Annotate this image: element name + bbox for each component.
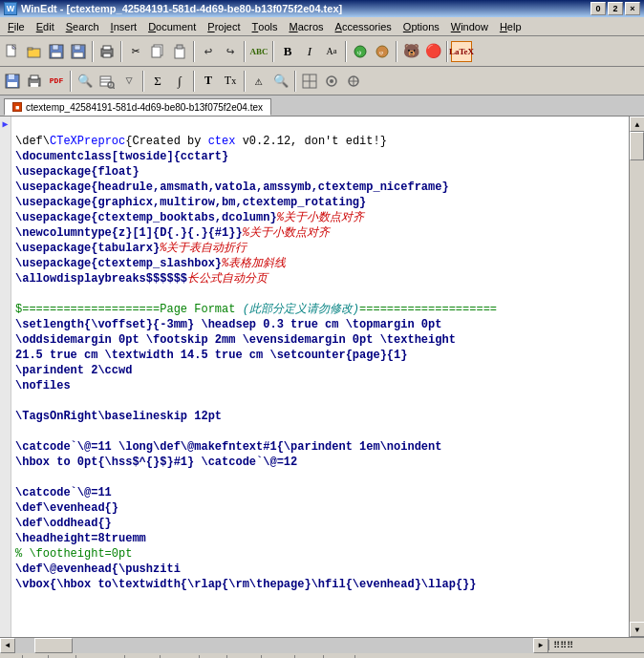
svg-rect-12 xyxy=(103,46,111,50)
status-modified: Modified xyxy=(76,655,125,659)
integral-button[interactable]: ∫ xyxy=(169,71,190,92)
tab-bar: ■ ctextemp_42584191-581d-4d69-be80-b13f0… xyxy=(0,96,644,117)
find-file-button[interactable] xyxy=(97,71,118,92)
svg-rect-27 xyxy=(31,83,38,87)
editor-container: ▶ \def\CTeXPreproc{Created by ctex v0.2.… xyxy=(0,117,644,637)
paste-button[interactable] xyxy=(169,41,190,62)
menu-help[interactable]: Help xyxy=(494,18,527,35)
menu-options[interactable]: Options xyxy=(397,18,445,35)
restore-button[interactable]: 2 xyxy=(608,2,623,15)
open-button[interactable] xyxy=(24,41,45,62)
svg-rect-3 xyxy=(28,48,32,50)
menu-edit[interactable]: Edit xyxy=(31,18,60,35)
menu-bar: File Edit Search Insert Document Project… xyxy=(0,17,644,36)
editor-content[interactable]: \def\CTeXPreproc{Created by ctex v0.2.12… xyxy=(11,117,629,637)
latex-button[interactable]: LaTeX xyxy=(451,41,472,62)
window-title: WinEdt - [ctextemp_42584191-581d-4d69-be… xyxy=(21,3,342,14)
status-tex: TeX xyxy=(295,655,324,659)
tex-icon1[interactable]: ψ xyxy=(350,41,371,62)
vertical-scrollbar: ▲ ▼ xyxy=(629,117,644,637)
sep2 xyxy=(120,41,122,62)
settings1-button[interactable] xyxy=(321,71,342,92)
svg-rect-5 xyxy=(53,45,58,50)
status-mode: A xyxy=(4,655,23,659)
toolbar-row1: ✂ ↩ ↪ ABC B I Aa ψ φ 🐻 🔴 LaTeX xyxy=(0,36,644,67)
save-all-button[interactable] xyxy=(68,41,89,62)
svg-text:ψ: ψ xyxy=(357,49,362,56)
new-button[interactable] xyxy=(2,41,23,62)
italic-button[interactable]: I xyxy=(299,41,320,62)
status-ins: INS xyxy=(200,655,228,659)
format-button[interactable]: Aa xyxy=(321,41,342,62)
scrollbar-thumb[interactable] xyxy=(630,132,644,160)
warning-icon[interactable]: ⚠ xyxy=(248,71,269,92)
sep7 xyxy=(396,41,397,62)
copy-button[interactable] xyxy=(147,41,168,62)
svg-rect-23 xyxy=(9,74,14,79)
h-scrollbar-track[interactable] xyxy=(15,638,533,653)
menu-document[interactable]: Document xyxy=(142,18,202,35)
scrollbar-track[interactable] xyxy=(630,132,644,622)
status-chars: 592 xyxy=(49,655,77,659)
bold-button[interactable]: B xyxy=(277,41,298,62)
menu-window[interactable]: Window xyxy=(445,18,494,35)
sep5 xyxy=(272,41,274,62)
svg-rect-24 xyxy=(8,82,17,87)
settings2-button[interactable] xyxy=(343,71,364,92)
print2-button[interactable] xyxy=(24,71,45,92)
menu-accessories[interactable]: Accessories xyxy=(330,18,397,35)
close-button[interactable]: × xyxy=(625,2,640,15)
sep3 xyxy=(193,41,195,62)
svg-rect-9 xyxy=(74,53,83,57)
bear-icon[interactable]: 🐻 xyxy=(400,41,421,62)
save2-button[interactable] xyxy=(2,71,23,92)
status-position: 2:1 xyxy=(23,655,49,659)
svg-point-37 xyxy=(330,79,333,83)
scroll-up-button[interactable]: ▲ xyxy=(630,117,644,132)
svg-rect-26 xyxy=(31,75,38,79)
title-bar: W WinEdt - [ctextemp_42584191-581d-4d69-… xyxy=(0,0,644,17)
menu-file[interactable]: File xyxy=(2,18,31,35)
scroll-label: ⠿⠿⠿ xyxy=(553,640,573,650)
menu-project[interactable]: Project xyxy=(202,18,246,35)
redo-button[interactable]: ↪ xyxy=(220,41,241,62)
cut-button[interactable]: ✂ xyxy=(125,41,146,62)
status-line: LINE xyxy=(227,655,261,659)
red-icon[interactable]: 🔴 xyxy=(422,41,443,62)
svg-rect-28 xyxy=(100,76,111,86)
scroll-left-button[interactable]: ◄ xyxy=(0,638,15,653)
filter-button[interactable]: ▽ xyxy=(118,71,140,92)
svg-rect-13 xyxy=(103,53,111,57)
sep9 xyxy=(70,71,72,92)
text-button2[interactable]: Tx xyxy=(220,71,241,92)
sep8 xyxy=(446,41,448,62)
svg-rect-16 xyxy=(175,48,184,58)
svg-rect-17 xyxy=(177,45,182,49)
sum-button[interactable]: Σ xyxy=(147,71,168,92)
menu-tools[interactable]: Tools xyxy=(247,18,284,35)
search3-button[interactable]: 🔍 xyxy=(270,71,291,92)
svg-line-32 xyxy=(113,87,115,89)
window-controls: 0 2 × xyxy=(590,2,640,15)
svg-text:φ: φ xyxy=(379,49,383,56)
tab-filename: ctextemp_42584191-581d-4d69-be80-b13f075… xyxy=(26,102,263,113)
tex-icon2[interactable]: φ xyxy=(372,41,393,62)
scroll-down-button[interactable]: ▼ xyxy=(630,622,644,637)
save-button[interactable] xyxy=(46,41,67,62)
text-button1[interactable]: T xyxy=(198,71,219,92)
scroll-right-button[interactable]: ► xyxy=(533,638,548,653)
print-button[interactable] xyxy=(97,41,118,62)
search-button[interactable]: 🔍 xyxy=(75,71,96,92)
file-tab[interactable]: ■ ctextemp_42584191-581d-4d69-be80-b13f0… xyxy=(4,98,271,116)
minimize-button[interactable]: 0 xyxy=(590,2,606,15)
menu-insert[interactable]: Insert xyxy=(105,18,143,35)
menu-search[interactable]: Search xyxy=(60,18,105,35)
spellcheck-button[interactable]: ABC xyxy=(248,41,269,62)
table-button[interactable] xyxy=(299,71,320,92)
pdf-button[interactable]: PDF xyxy=(46,71,67,92)
menu-macros[interactable]: Macros xyxy=(283,18,329,35)
h-scrollbar-thumb[interactable] xyxy=(34,638,73,653)
undo-button[interactable]: ↩ xyxy=(198,41,219,62)
sep10 xyxy=(142,71,144,92)
gutter-arrow[interactable]: ▶ xyxy=(2,118,8,130)
